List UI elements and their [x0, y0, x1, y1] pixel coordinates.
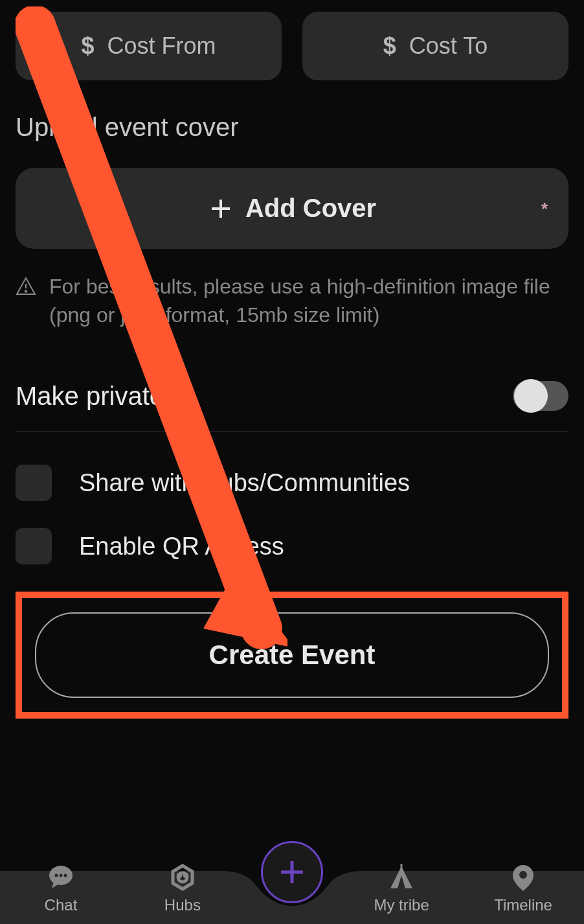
svg-point-16: [178, 874, 181, 877]
hint-text: For best results, please use a high-defi…: [49, 272, 568, 329]
dollar-icon: $: [81, 32, 94, 60]
make-private-label: Make private: [16, 382, 164, 411]
svg-point-4: [25, 290, 27, 292]
svg-point-13: [63, 874, 67, 877]
enable-qr-checkbox[interactable]: [16, 528, 52, 564]
bottom-nav: Chat Hubs My tribe: [0, 853, 584, 924]
toggle-knob: [514, 379, 548, 413]
nav-hubs-label: Hubs: [164, 896, 201, 914]
required-asterisk: *: [541, 198, 548, 218]
nav-timeline-label: Timeline: [494, 896, 552, 914]
nav-timeline[interactable]: Timeline: [462, 862, 584, 914]
cost-to-input[interactable]: $ Cost To: [302, 12, 568, 80]
create-event-button[interactable]: Create Event: [35, 612, 549, 698]
warning-icon: [16, 276, 36, 297]
nav-mytribe[interactable]: My tribe: [341, 862, 462, 914]
upload-section-title: Upload event cover: [16, 113, 568, 142]
svg-point-12: [59, 874, 62, 877]
location-icon: [508, 862, 538, 892]
cost-row: $ Cost From $ Cost To: [16, 12, 568, 80]
cost-to-placeholder: Cost To: [409, 32, 488, 60]
share-hubs-label: Share with Hubs/Communities: [79, 469, 410, 497]
tent-icon: [387, 862, 416, 892]
chat-icon: [46, 862, 76, 892]
annotation-highlight-box: Create Event: [16, 592, 568, 719]
svg-point-11: [54, 874, 58, 877]
add-cover-button[interactable]: Add Cover *: [16, 168, 568, 249]
event-form: $ Cost From $ Cost To Upload event cover…: [0, 0, 584, 719]
svg-point-17: [185, 874, 187, 877]
nav-chat-label: Chat: [45, 896, 78, 914]
make-private-toggle[interactable]: [513, 381, 568, 411]
share-hubs-row: Share with Hubs/Communities: [16, 465, 568, 501]
share-hubs-checkbox[interactable]: [16, 465, 52, 501]
dollar-icon: $: [383, 32, 396, 60]
hubs-icon: [168, 862, 197, 892]
add-cover-label: Add Cover: [245, 194, 376, 223]
nav-add-wrapper: [243, 841, 341, 924]
cost-from-placeholder: Cost From: [107, 32, 216, 60]
nav-add-button[interactable]: [261, 841, 323, 903]
enable-qr-label: Enable QR Access: [79, 533, 284, 560]
create-event-label: Create Event: [209, 640, 376, 670]
plus-icon: [208, 196, 234, 222]
make-private-row: Make private: [16, 368, 568, 432]
upload-hint: For best results, please use a high-defi…: [16, 272, 568, 329]
nav-hubs[interactable]: Hubs: [122, 862, 243, 914]
enable-qr-row: Enable QR Access: [16, 528, 568, 564]
cost-from-input[interactable]: $ Cost From: [16, 12, 282, 80]
nav-chat[interactable]: Chat: [0, 862, 122, 914]
nav-mytribe-label: My tribe: [374, 896, 429, 914]
svg-point-23: [519, 871, 527, 879]
